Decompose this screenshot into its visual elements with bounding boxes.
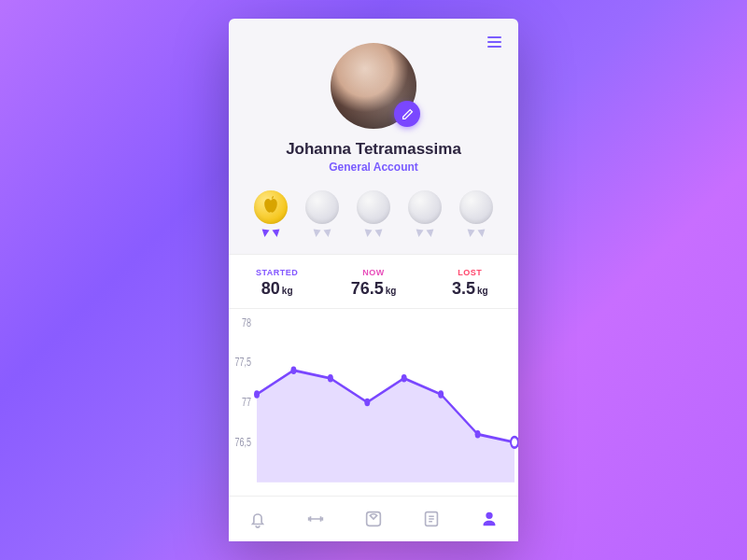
svg-point-8 bbox=[402, 374, 407, 383]
medal-gold-icon bbox=[254, 190, 288, 224]
nav-workouts[interactable] bbox=[305, 509, 326, 529]
medal-silver-icon bbox=[408, 190, 442, 224]
svg-point-11 bbox=[511, 437, 518, 447]
medal-silver-icon bbox=[305, 190, 339, 224]
scale-icon bbox=[363, 509, 384, 529]
pencil-icon bbox=[402, 108, 414, 120]
svg-point-6 bbox=[328, 374, 333, 383]
stat-value: 3.5kg bbox=[422, 279, 518, 299]
nav-weight[interactable] bbox=[363, 509, 384, 529]
stat-started: STARTED 80kg bbox=[229, 268, 325, 299]
notes-icon bbox=[421, 509, 442, 529]
badge-earned[interactable] bbox=[251, 190, 290, 237]
person-icon bbox=[479, 509, 500, 529]
stat-lost: LOST 3.5kg bbox=[422, 268, 518, 299]
stat-label: LOST bbox=[422, 268, 518, 277]
stat-label: STARTED bbox=[229, 268, 325, 277]
barbell-icon bbox=[305, 509, 326, 529]
menu-icon[interactable] bbox=[487, 34, 501, 50]
svg-point-10 bbox=[475, 430, 481, 439]
nav-profile[interactable] bbox=[479, 509, 500, 529]
edit-profile-button[interactable] bbox=[394, 101, 420, 127]
apple-icon bbox=[254, 190, 288, 224]
svg-text:77: 77 bbox=[242, 396, 251, 409]
svg-text:77,5: 77,5 bbox=[235, 356, 251, 369]
stat-value: 80kg bbox=[229, 279, 325, 299]
weight-chart[interactable]: 76,57777,578 bbox=[229, 309, 518, 496]
profile-name: Johanna Tetramassima bbox=[229, 140, 518, 159]
nav-alerts[interactable] bbox=[247, 509, 268, 529]
bottom-nav bbox=[229, 496, 518, 541]
weight-stats: STARTED 80kg NOW 76.5kg LOST 3.5kg bbox=[229, 254, 518, 309]
nav-logs[interactable] bbox=[421, 509, 442, 529]
svg-point-5 bbox=[290, 366, 296, 374]
svg-point-9 bbox=[438, 390, 444, 399]
stat-value: 76.5kg bbox=[325, 279, 421, 299]
app-screen: Johanna Tetramassima General Account STA… bbox=[229, 19, 518, 541]
svg-text:76,5: 76,5 bbox=[235, 436, 251, 449]
badge-locked[interactable] bbox=[303, 190, 342, 237]
badge-locked[interactable] bbox=[354, 190, 393, 237]
badge-locked[interactable] bbox=[405, 190, 444, 237]
svg-point-4 bbox=[254, 390, 260, 399]
profile-header: Johanna Tetramassima General Account bbox=[229, 19, 518, 174]
stat-now: NOW 76.5kg bbox=[325, 268, 421, 299]
medal-silver-icon bbox=[357, 190, 390, 224]
badge-row bbox=[229, 174, 518, 248]
svg-text:78: 78 bbox=[242, 315, 251, 329]
account-type: General Account bbox=[229, 161, 518, 174]
svg-point-7 bbox=[364, 399, 370, 407]
badge-locked[interactable] bbox=[457, 190, 496, 237]
medal-silver-icon bbox=[459, 190, 493, 224]
stat-label: NOW bbox=[325, 268, 421, 277]
bell-icon bbox=[247, 509, 268, 529]
